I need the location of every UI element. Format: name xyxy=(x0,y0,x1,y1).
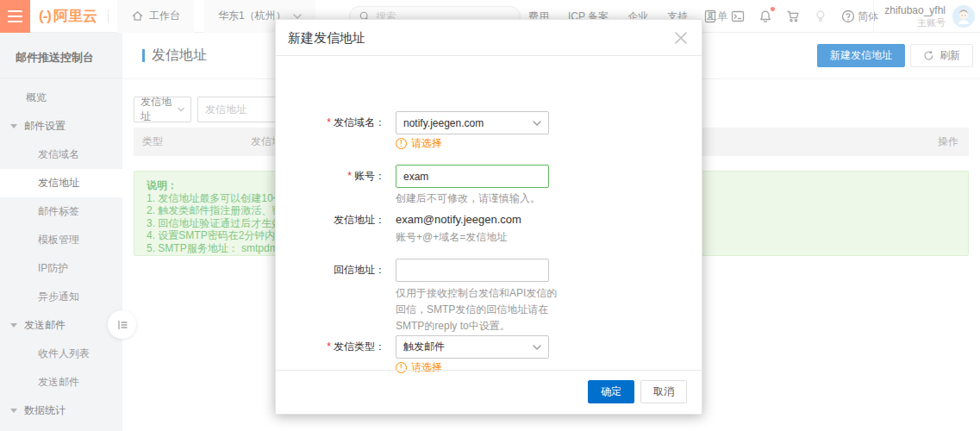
chevron-down-icon xyxy=(533,345,541,350)
reply-address-input[interactable] xyxy=(396,259,549,282)
domain-warning: ! 请选择 xyxy=(396,136,442,151)
warning-icon: ! xyxy=(396,138,407,149)
address-formula: 账号+@+域名=发信地址 xyxy=(396,229,507,246)
domain-label: *发信域名： xyxy=(276,111,385,134)
modal-title: 新建发信地址 xyxy=(288,30,365,47)
modal-footer: 确定 取消 xyxy=(276,370,702,415)
account-label: *账号： xyxy=(276,165,385,188)
domain-select[interactable]: notify.jeegen.com xyxy=(396,111,549,134)
account-input[interactable] xyxy=(396,165,549,188)
address-label: 发信地址： xyxy=(276,213,385,227)
close-icon[interactable] xyxy=(672,29,690,47)
address-value: exam@notify.jeegen.com xyxy=(396,213,521,226)
confirm-button[interactable]: 确定 xyxy=(588,380,634,403)
type-label: *发信类型： xyxy=(276,335,385,359)
cancel-button[interactable]: 取消 xyxy=(640,380,687,403)
chevron-down-icon xyxy=(533,121,541,126)
create-sender-address-modal: 新建发信地址 *发信域名： notify.jeegen.com ! 请选择 xyxy=(275,19,702,415)
mail-type-select[interactable]: 触发邮件 xyxy=(396,335,549,359)
reply-label: 回信地址： xyxy=(276,259,385,282)
reply-helper: 仅用于接收控制台发信和API发信的回信，SMTP发信的回信地址请在SMTP的re… xyxy=(396,285,565,334)
app-root: (-) 阿里云 工作台 华东1（杭州） 费用 ICP 备案 企业 支持 工单 xyxy=(0,0,980,431)
account-helper: 创建后不可修改，请谨慎输入。 xyxy=(396,191,540,207)
